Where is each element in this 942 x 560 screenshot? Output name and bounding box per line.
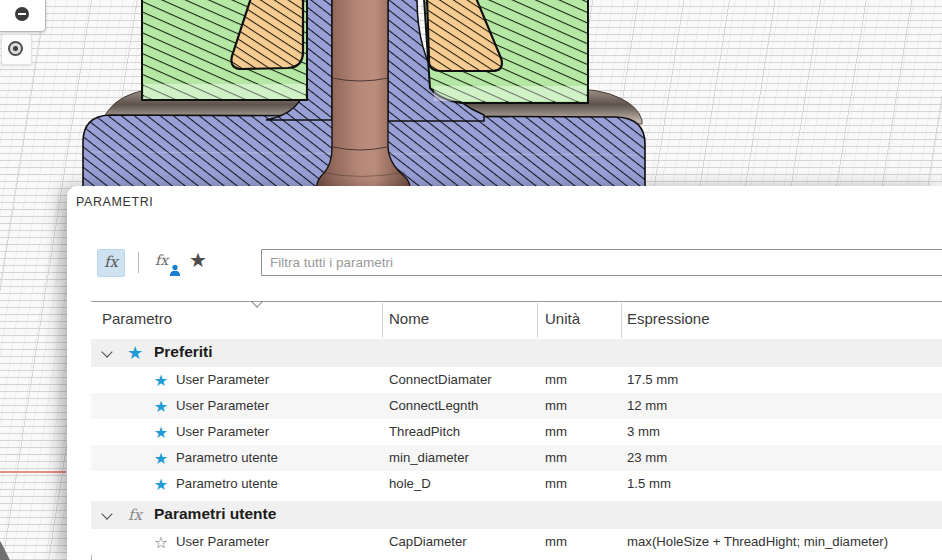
param-unit-cell: mm — [545, 450, 567, 465]
param-name-cell[interactable]: ConnectDiamater — [389, 372, 492, 387]
parameter-group-row[interactable]: ★ Preferiti — [91, 339, 942, 367]
chevron-down-icon[interactable] — [101, 508, 112, 519]
parameter-row[interactable]: ★ User Parameter ConnectDiamater mm 17.5… — [91, 367, 942, 393]
filter-input[interactable] — [261, 249, 942, 276]
favorite-star-icon[interactable]: ★ — [151, 447, 171, 470]
param-type-cell: Parametro utente — [176, 476, 278, 491]
show-all-parameters-button[interactable]: fx — [97, 249, 125, 277]
fx-icon: fx — [124, 503, 146, 528]
param-unit-cell: mm — [545, 372, 567, 387]
param-expression-cell[interactable]: max(HoleSize + ThreadHight; min_diameter… — [627, 534, 888, 549]
param-expression-cell[interactable]: 23 mm — [627, 450, 667, 465]
fx-icon: fx — [104, 253, 118, 271]
record-dot-icon — [8, 41, 23, 56]
favorite-star-icon[interactable]: ★ — [151, 473, 171, 496]
param-type-cell: User Parameter — [176, 372, 269, 387]
favorite-star-icon[interactable]: ★ — [151, 395, 171, 418]
header-divider — [537, 303, 538, 338]
column-header-parametro[interactable]: Parametro — [102, 310, 172, 327]
column-header-nome[interactable]: Nome — [389, 310, 429, 327]
chevron-down-icon[interactable] — [101, 346, 112, 357]
viewport-origin-button[interactable] — [1, 34, 32, 65]
group-label: Preferiti — [154, 343, 213, 361]
parameters-panel: PARAMETRI fx fx ★ Parametro Nome Unità E… — [67, 186, 942, 560]
parameter-row[interactable]: ☆ User Parameter CapDiameter mm max(Hole… — [91, 529, 942, 555]
sort-chevron-icon[interactable] — [251, 296, 262, 307]
parameter-group-row[interactable]: fx Parametri utente — [91, 501, 942, 529]
group-label: Parametri utente — [154, 505, 276, 523]
toolbar-separator — [138, 252, 139, 273]
header-divider — [382, 303, 383, 338]
param-name-cell[interactable]: hole_D — [389, 476, 431, 491]
param-type-cell: User Parameter — [176, 424, 269, 439]
user-parameters-filter-button[interactable]: fx — [153, 250, 181, 276]
param-expression-cell[interactable]: 1.5 mm — [627, 476, 671, 491]
param-expression-cell[interactable]: 17.5 mm — [627, 372, 678, 387]
model-edge-fragment — [0, 538, 12, 560]
param-name-cell[interactable]: ThreadPitch — [389, 424, 460, 439]
person-icon — [169, 264, 181, 276]
table-header: Parametro Nome Unità Espressione — [91, 302, 942, 339]
parameter-row[interactable]: ★ User Parameter ThreadPitch mm 3 mm — [91, 419, 942, 445]
favorite-star-icon[interactable]: ☆ — [151, 531, 171, 554]
favorite-star-icon[interactable]: ★ — [151, 421, 171, 444]
param-unit-cell: mm — [545, 398, 567, 413]
parameter-rows: ★ Preferiti ★ User Parameter ConnectDiam… — [91, 339, 942, 555]
parameter-row[interactable]: ★ User Parameter ConnectLegnth mm 12 mm — [91, 393, 942, 419]
star-icon: ★ — [124, 341, 146, 366]
favorites-filter-button[interactable]: ★ — [189, 247, 207, 273]
param-type-cell: User Parameter — [176, 398, 269, 413]
param-expression-cell[interactable]: 3 mm — [627, 424, 660, 439]
param-expression-cell[interactable]: 12 mm — [627, 398, 667, 413]
param-unit-cell: mm — [545, 476, 567, 491]
fx-user-icon: fx — [155, 251, 168, 269]
param-type-cell: User Parameter — [176, 534, 269, 549]
param-unit-cell: mm — [545, 424, 567, 439]
param-name-cell[interactable]: min_diameter — [389, 450, 469, 465]
param-type-cell: Parametro utente — [176, 450, 278, 465]
model-cross-section — [0, 0, 942, 200]
param-name-cell[interactable]: CapDiameter — [389, 534, 467, 549]
header-divider — [621, 303, 622, 338]
column-header-espressione[interactable]: Espressione — [627, 310, 710, 327]
parameter-row[interactable]: ★ Parametro utente min_diameter mm 23 mm — [91, 445, 942, 471]
x-axis-line — [0, 471, 66, 473]
viewport-collapse-button[interactable] — [0, 0, 46, 32]
param-unit-cell: mm — [545, 534, 567, 549]
column-header-unita[interactable]: Unità — [545, 310, 580, 327]
panel-title: PARAMETRI — [76, 195, 153, 209]
parameter-row[interactable]: ★ Parametro utente hole_D mm 1.5 mm — [91, 471, 942, 497]
favorite-star-icon[interactable]: ★ — [151, 369, 171, 392]
minus-circle-icon — [15, 7, 29, 21]
param-name-cell[interactable]: ConnectLegnth — [389, 398, 478, 413]
